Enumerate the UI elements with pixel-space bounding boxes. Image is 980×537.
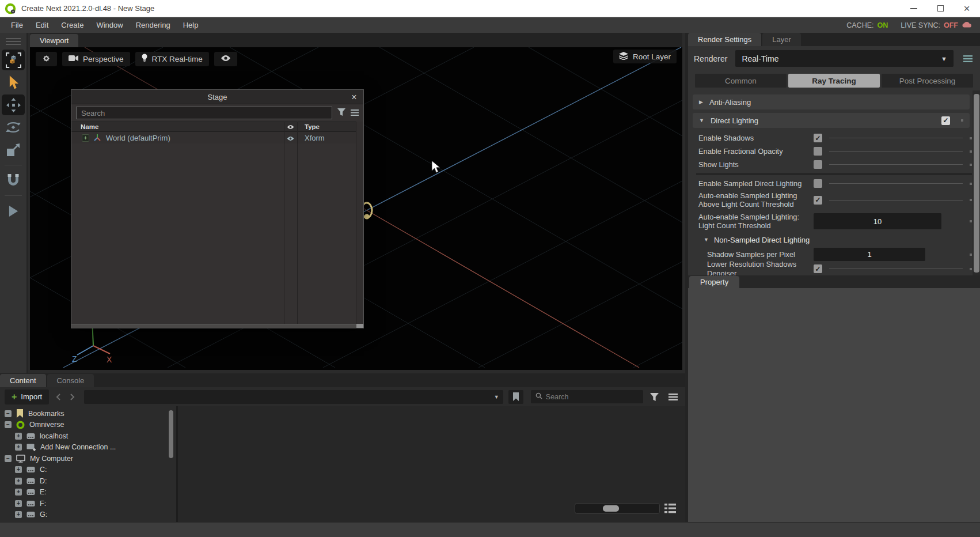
- toolbar-grip[interactable]: [6, 38, 21, 45]
- stage-name-column-header[interactable]: Name: [81, 123, 98, 130]
- cursor-tool[interactable]: [2, 72, 25, 93]
- mode-tab-post-processing[interactable]: Post Processing: [882, 74, 973, 88]
- tree-item-f[interactable]: +F:: [0, 498, 176, 509]
- renderer-dropdown[interactable]: Real-Time ▼: [735, 50, 954, 67]
- maximize-button[interactable]: [927, 0, 954, 17]
- tree-item-omniverse[interactable]: −Omniverse: [0, 419, 176, 431]
- filter-icon[interactable]: [337, 108, 345, 118]
- expand-icon[interactable]: +: [15, 478, 22, 485]
- snap-tool[interactable]: [2, 170, 25, 191]
- collapse-icon[interactable]: −: [5, 421, 12, 428]
- play-tool[interactable]: [2, 201, 25, 221]
- section-anti-aliasing[interactable]: ▶ Anti-Aliasing: [693, 94, 970, 109]
- visibility-button[interactable]: [214, 52, 237, 66]
- rotate-tool[interactable]: [2, 117, 25, 138]
- tab-content[interactable]: Content: [0, 374, 46, 387]
- expand-icon[interactable]: +: [15, 466, 22, 473]
- tree-item-my-computer[interactable]: −My Computer: [0, 453, 176, 464]
- tree-item-add-new-connection[interactable]: +Add New Connection ...: [0, 442, 176, 453]
- menu-item-rendering[interactable]: Rendering: [130, 17, 177, 33]
- menu-item-create[interactable]: Create: [55, 17, 90, 33]
- checkbox[interactable]: ✓: [814, 196, 822, 205]
- stage-scrollbar-track[interactable]: [356, 122, 363, 324]
- path-input[interactable]: [84, 392, 490, 401]
- content-filter-icon[interactable]: [647, 390, 662, 404]
- move-icon: [6, 98, 21, 112]
- back-button[interactable]: [53, 390, 63, 404]
- tree-scrollbar[interactable]: [169, 410, 173, 458]
- content-search-input[interactable]: [546, 393, 639, 401]
- content-options-icon[interactable]: [666, 390, 681, 404]
- value-field[interactable]: 10: [814, 213, 941, 229]
- import-button[interactable]: + Import: [5, 389, 49, 404]
- camera-selector-button[interactable]: Perspective: [62, 52, 130, 66]
- checkbox[interactable]: ✓: [814, 264, 822, 273]
- minimize-button[interactable]: [901, 0, 927, 17]
- viewport-settings-button[interactable]: [36, 52, 57, 66]
- expand-icon[interactable]: +: [15, 489, 22, 496]
- slider-thumb[interactable]: [603, 505, 619, 512]
- live-sync-status[interactable]: LIVE SYNC: OFF: [901, 21, 972, 29]
- stage-titlebar[interactable]: Stage ×: [71, 90, 363, 104]
- renderer-selector-button[interactable]: RTX Real-time: [135, 52, 209, 66]
- tab-render-settings[interactable]: Render Settings: [688, 33, 761, 46]
- checkbox[interactable]: ✓: [814, 134, 822, 142]
- viewport-canvas[interactable]: Perspective RTX Real-time Root Layer Z: [30, 47, 682, 370]
- stage-resize-corner[interactable]: [356, 324, 363, 328]
- checkbox[interactable]: [814, 147, 822, 156]
- path-dropdown-icon[interactable]: ▼: [489, 394, 503, 400]
- stage-bottom-resize-bar[interactable]: [71, 324, 363, 328]
- collapse-icon[interactable]: −: [5, 410, 12, 417]
- settings-scrollbar-thumb[interactable]: [974, 94, 979, 273]
- bookmark-button[interactable]: [508, 390, 523, 404]
- files-area[interactable]: [178, 406, 685, 522]
- select-mode-tool[interactable]: [2, 50, 25, 70]
- subsection-non-sampled-direct-lighting[interactable]: ▼Non-Sampled Direct Lighting: [688, 233, 980, 247]
- menu-item-file[interactable]: File: [5, 17, 29, 33]
- section-direct-lighting[interactable]: ▼ Direct Lighting ✓: [693, 113, 970, 128]
- setting-auto-enable-sampled-lighting: Auto-enable Sampled LightingAbove Light …: [688, 190, 980, 210]
- direct-lighting-checkbox[interactable]: ✓: [941, 116, 950, 125]
- tab-property[interactable]: Property: [689, 276, 739, 288]
- tree-item-g[interactable]: +G:: [0, 509, 176, 521]
- close-button[interactable]: ×: [954, 0, 980, 17]
- tab-console[interactable]: Console: [47, 374, 94, 387]
- tab-viewport[interactable]: Viewport: [30, 34, 78, 47]
- stage-prim-row[interactable]: + World (defaultPrim) Xform: [71, 132, 363, 143]
- renderer-options-icon[interactable]: [962, 55, 974, 62]
- stage-options-icon[interactable]: [351, 109, 359, 118]
- stage-search-input[interactable]: [76, 107, 332, 119]
- checkbox[interactable]: [814, 160, 822, 169]
- menu-item-help[interactable]: Help: [177, 17, 205, 33]
- menu-item-window[interactable]: Window: [90, 17, 129, 33]
- file-tree: −Bookmarks−Omniverse+localhost+Add New C…: [0, 406, 176, 522]
- expand-icon[interactable]: +: [15, 500, 22, 507]
- tree-item-d[interactable]: +D:: [0, 475, 176, 487]
- checkbox[interactable]: [814, 179, 822, 188]
- tree-item-bookmarks[interactable]: −Bookmarks: [0, 408, 176, 419]
- collapse-icon[interactable]: −: [5, 455, 12, 462]
- expand-icon[interactable]: +: [15, 433, 22, 440]
- root-layer-button[interactable]: Root Layer: [613, 50, 677, 63]
- value-field[interactable]: 1: [814, 248, 925, 261]
- expand-icon[interactable]: +: [15, 511, 22, 518]
- move-tool[interactable]: [2, 94, 25, 115]
- forward-button[interactable]: [67, 390, 78, 404]
- setting-track: [829, 183, 963, 184]
- prim-visibility-eye-icon[interactable]: [287, 134, 294, 143]
- mode-tab-ray-tracing[interactable]: Ray Tracing: [788, 74, 880, 88]
- expand-icon[interactable]: +: [82, 134, 89, 142]
- stage-type-column-header[interactable]: Type: [305, 123, 320, 130]
- window-title: Create Next 2021.2.0-dl.48 - New Stage: [21, 4, 154, 13]
- scale-tool[interactable]: [2, 139, 25, 160]
- tab-layer[interactable]: Layer: [762, 33, 801, 46]
- thumbnail-scale-slider[interactable]: [575, 503, 660, 514]
- stage-close-button[interactable]: ×: [348, 90, 360, 104]
- grid-view-icon[interactable]: [663, 502, 677, 515]
- tree-item-e[interactable]: +E:: [0, 487, 176, 498]
- menu-item-edit[interactable]: Edit: [29, 17, 55, 33]
- tree-item-localhost[interactable]: +localhost: [0, 430, 176, 442]
- mode-tab-common[interactable]: Common: [695, 74, 787, 88]
- expand-icon[interactable]: +: [15, 444, 22, 451]
- tree-item-c[interactable]: +C:: [0, 464, 176, 476]
